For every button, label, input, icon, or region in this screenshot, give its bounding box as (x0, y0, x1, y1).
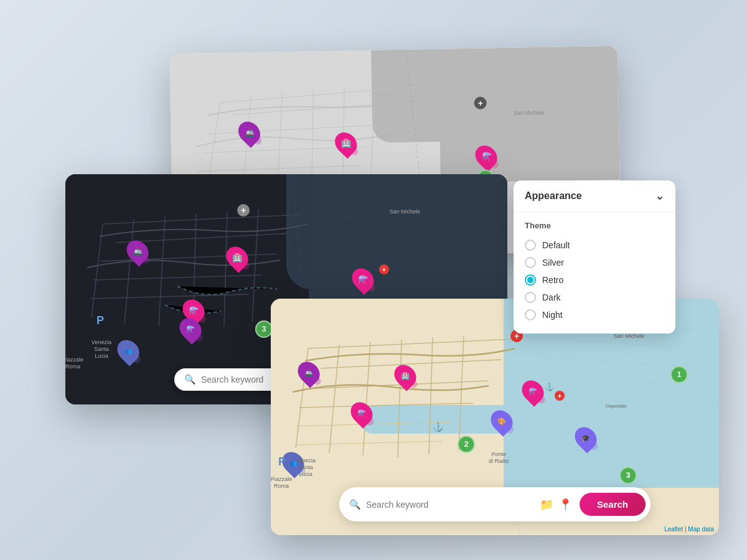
chevron-up-icon[interactable]: ⌄ (655, 189, 664, 203)
location-san-michele-retro: San Michele (613, 333, 644, 340)
theme-dark-label: Dark (542, 292, 561, 302)
svg-line-2 (208, 124, 388, 134)
leaflet-attribution: Leaflet | Map data (664, 526, 714, 533)
pin-gray-2[interactable]: 🏥 (331, 128, 362, 159)
radio-silver[interactable] (525, 257, 536, 268)
theme-retro-label: Retro (542, 275, 563, 285)
cluster-retro-1[interactable]: 2 (458, 436, 475, 453)
appearance-title: Appearance (525, 190, 582, 202)
theme-option-default[interactable]: Default (525, 236, 664, 254)
radio-default[interactable] (525, 240, 536, 251)
parking-label-retro: P (278, 455, 286, 469)
pin-retro-1[interactable]: 🚢 (293, 357, 324, 388)
location-ospedale-retro: Ospedale (606, 403, 627, 409)
location-ponte: Pontedi Rialto (489, 451, 509, 465)
svg-line-5 (208, 103, 222, 177)
radio-night[interactable] (525, 309, 536, 320)
svg-line-36 (363, 342, 370, 455)
appearance-panel: Appearance ⌄ Theme Default Silver Retro … (514, 180, 675, 334)
theme-option-retro[interactable]: Retro (525, 271, 664, 289)
svg-line-8 (310, 90, 315, 185)
svg-line-22 (159, 217, 165, 327)
theme-option-silver[interactable]: Silver (525, 254, 664, 271)
svg-line-19 (90, 294, 249, 299)
svg-line-17 (100, 254, 277, 261)
svg-line-35 (329, 345, 339, 453)
map-card-retro: 🚢 🏥 ⚗️ ⚗️ 🎓 🎨 👥 + (271, 299, 719, 535)
pin-retro-2[interactable]: 🏥 (390, 360, 420, 391)
sep-icon-retro: 📁 (540, 498, 553, 511)
radio-dark[interactable] (525, 292, 536, 303)
pin-retro-mortar[interactable]: ⚗️ (346, 398, 377, 428)
location-venezia-retro: VeneziaSantaLucia (296, 457, 316, 477)
plus-icon-dark: + (237, 204, 250, 217)
scene: 🚢 🏥 ⚗️ + VeneziaSantaLucia PiazzaleRoma … (47, 31, 700, 529)
search-button[interactable]: Search (580, 493, 646, 516)
location-icon-retro: 📍 (558, 498, 572, 511)
svg-line-15 (103, 215, 302, 224)
location-san-michele-gray: San Michele (513, 110, 544, 117)
theme-option-night[interactable]: Night (525, 306, 664, 324)
location-san-michele-dark: San Michele (389, 208, 420, 215)
theme-label: Theme (525, 221, 664, 230)
pin-dark-community[interactable]: 👥 (113, 335, 143, 366)
anchor-retro-2: ⚓ (545, 383, 554, 391)
theme-silver-label: Silver (542, 258, 564, 268)
anchor-retro-1: ⚓ (433, 422, 443, 432)
leaflet-link[interactable]: Leaflet | Map data (664, 526, 714, 533)
location-piazzale-dark: PiazzaleRoma (65, 357, 83, 370)
search-icon-retro: 🔍 (349, 499, 361, 510)
svg-line-38 (429, 337, 433, 454)
cluster-retro-2[interactable]: 3 (619, 467, 637, 484)
appearance-header: Appearance ⌄ (514, 180, 675, 212)
svg-line-46 (296, 441, 442, 445)
svg-line-20 (92, 224, 103, 317)
svg-line-25 (252, 210, 258, 322)
marker-retro-cross: + (555, 391, 565, 401)
marker-dark-cross: + (379, 264, 389, 274)
cluster-retro-3[interactable]: 1 (670, 366, 688, 383)
search-icon-dark: 🔍 (184, 374, 196, 385)
appearance-body: Theme Default Silver Retro Dark Night (514, 212, 675, 334)
theme-option-dark[interactable]: Dark (525, 289, 664, 306)
theme-default-label: Default (542, 240, 570, 250)
theme-night-label: Night (542, 310, 563, 320)
svg-line-30 (308, 339, 514, 348)
location-venezia-dark: VeneziaSantaLucia (92, 339, 111, 359)
svg-line-37 (398, 340, 402, 457)
svg-line-4 (196, 166, 358, 172)
parking-label-dark: P (96, 314, 104, 327)
location-piazzale-retro: PiazzaleRoma (271, 476, 292, 490)
svg-line-24 (224, 212, 227, 327)
pin-dark-2[interactable]: 🏥 (222, 242, 252, 273)
pin-gray-1[interactable]: 🚢 (234, 117, 265, 147)
svg-line-18 (93, 275, 261, 280)
radio-retro[interactable] (525, 274, 536, 286)
search-bar-retro: 🔍 📁 📍 Search (339, 487, 651, 521)
cluster-dark[interactable]: 3 (255, 320, 273, 338)
search-input-retro[interactable] (366, 500, 535, 510)
pin-dark-1[interactable]: 🚢 (122, 236, 153, 266)
svg-line-21 (125, 219, 134, 324)
